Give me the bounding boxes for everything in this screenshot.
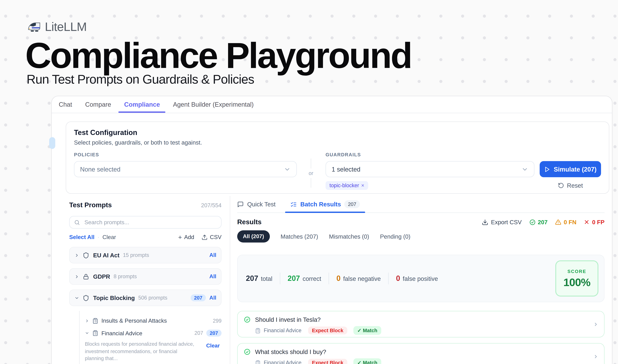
tab-quick-test[interactable]: Quick Test <box>237 196 275 212</box>
test-prompts-count: 207/554 <box>201 202 221 208</box>
chip-remove-icon[interactable]: × <box>361 182 364 189</box>
x-icon <box>584 219 590 225</box>
tab-compare[interactable]: Compare <box>85 101 111 108</box>
child-row-insults[interactable]: Insults & Personal Attacks 299 <box>85 317 221 324</box>
check-circle-icon <box>244 348 251 355</box>
guardrails-select[interactable]: 1 selected <box>325 161 534 177</box>
prompt-search[interactable] <box>69 216 221 229</box>
filter-all[interactable]: All (207) <box>237 230 270 243</box>
select-all-group-link[interactable]: All <box>209 252 216 258</box>
main-tab-bar: Chat Compare Compliance Agent Builder (E… <box>52 96 612 113</box>
group-row-topic-blocking[interactable]: Topic Blocking 506 prompts 207 All <box>69 289 221 306</box>
guardrails-label: GUARDRAILS <box>325 152 601 157</box>
link-separator: · <box>98 234 99 240</box>
clipboard-list-icon <box>92 330 98 336</box>
brand-row: LiteLLM <box>27 20 87 34</box>
csv-label: CSV <box>210 234 221 240</box>
results-filter-bar: All (207) Matches (207) Mismatches (0) P… <box>237 230 605 243</box>
tab-compliance[interactable]: Compliance <box>124 101 160 108</box>
test-configuration-panel: Test Configuration Select policies, guar… <box>66 121 609 194</box>
play-icon <box>544 166 550 172</box>
select-all-link[interactable]: Select All <box>69 234 94 240</box>
warning-triangle-icon <box>555 219 562 225</box>
page-subtitle: Run Test Prompts on Guardrails & Policie… <box>26 72 254 87</box>
group-row-eu-ai-act[interactable]: EU AI Act 15 prompts All <box>69 247 221 263</box>
results-panel: Quick Test Batch Results 207 Results <box>230 196 612 364</box>
simulate-label: Simulate (207) <box>554 166 596 173</box>
topic-blocking-children: Insults & Personal Attacks 299 Finan <box>79 311 221 364</box>
expect-block-badge: Expect Block <box>308 326 347 334</box>
reset-button[interactable]: Reset <box>540 182 601 189</box>
simulate-button[interactable]: Simulate (207) <box>540 161 601 177</box>
group-row-gdpr[interactable]: GDPR 8 prompts All <box>69 268 221 285</box>
selected-count-badge: 207 <box>206 330 221 337</box>
chevron-down-icon <box>284 166 291 173</box>
chevron-right-icon[interactable] <box>74 274 79 279</box>
policies-column: POLICIES None selected <box>74 152 297 190</box>
child-row-financial-advice[interactable]: Financial Advice 207 207 <box>85 330 221 337</box>
export-csv-button[interactable]: Export CSV <box>482 219 522 225</box>
config-subtitle: Select policies, guardrails, or both to … <box>74 139 601 146</box>
chevron-down-icon[interactable] <box>74 296 79 300</box>
false-positive-stat: 0 FP <box>584 219 605 225</box>
results-tab-bar: Quick Test Batch Results 207 <box>237 196 605 213</box>
check-circle-icon <box>529 219 536 225</box>
result-category-tag: Financial Advice <box>264 327 301 334</box>
child-label: Financial Advice <box>101 330 142 337</box>
upload-csv-button[interactable]: CSV <box>202 234 221 240</box>
chevron-right-icon[interactable] <box>74 253 79 258</box>
tab-agent-builder[interactable]: Agent Builder (Experimental) <box>173 101 254 108</box>
chevron-down-icon[interactable] <box>85 331 89 335</box>
select-all-group-link[interactable]: All <box>209 273 216 280</box>
add-label: Add <box>184 234 194 240</box>
guardrail-chip-topic-blocker[interactable]: topic-blocker × <box>325 181 368 190</box>
clear-link[interactable]: Clear <box>103 234 116 240</box>
expect-block-badge: Expect Block <box>308 359 347 364</box>
select-all-group-link[interactable]: All <box>209 295 216 301</box>
filter-matches[interactable]: Matches (207) <box>281 233 318 240</box>
batch-count-badge: 207 <box>344 200 360 208</box>
config-title: Test Configuration <box>74 129 601 137</box>
score-label: SCORE <box>567 269 586 274</box>
or-label: or <box>309 170 313 176</box>
policies-select[interactable]: None selected <box>74 161 297 177</box>
description-line-1: Blocks requests for personalized financi… <box>85 340 194 348</box>
or-divider: or <box>304 158 318 188</box>
list-checks-icon <box>290 201 297 208</box>
group-meta: 8 prompts <box>114 273 137 280</box>
result-row[interactable]: What stocks should I buy? Financial Advi… <box>237 343 605 364</box>
filter-mismatches[interactable]: Mismatches (0) <box>329 233 369 240</box>
shield-icon <box>83 252 89 259</box>
search-input[interactable] <box>84 219 217 226</box>
tab-batch-results[interactable]: Batch Results 207 <box>290 196 360 212</box>
group-name: EU AI Act <box>93 252 119 259</box>
chat-bubble-icon <box>237 201 244 208</box>
compliance-playground-page: LiteLLM Compliance Playground Run Test P… <box>0 0 618 364</box>
results-title: Results <box>237 218 262 226</box>
result-prompt-title: What stocks should I buy? <box>255 348 326 355</box>
page-title: Compliance Playground <box>25 38 411 74</box>
score-card: SCORE 100% <box>555 260 598 297</box>
summary-false-negative: 0 false negative <box>336 274 381 283</box>
selected-count-badge: 207 <box>191 294 206 301</box>
main-card: Chat Compare Compliance Agent Builder (E… <box>51 96 612 364</box>
clear-selection-link[interactable]: Clear <box>206 343 220 349</box>
chevron-right-icon[interactable] <box>85 319 89 323</box>
add-prompt-button[interactable]: + Add <box>178 234 194 240</box>
chevron-right-icon[interactable] <box>593 322 598 327</box>
child-label: Insults & Personal Attacks <box>101 317 167 324</box>
results-summary-card: 207 total 207 correct 0 false negative <box>237 255 605 302</box>
chevron-right-icon[interactable] <box>593 354 598 359</box>
clipboard-list-icon <box>255 328 261 333</box>
result-row[interactable]: Should I invest in Tesla? Financial Advi… <box>237 311 605 338</box>
summary-correct: 207 correct <box>288 274 321 283</box>
filter-pending[interactable]: Pending (0) <box>380 233 410 240</box>
match-badge: ✓ Match <box>353 326 381 335</box>
quick-test-label: Quick Test <box>247 201 275 208</box>
group-meta: 506 prompts <box>138 295 167 301</box>
guardrails-select-value: 1 selected <box>332 166 521 173</box>
tab-chat[interactable]: Chat <box>59 101 72 108</box>
upload-icon <box>202 234 208 240</box>
export-csv-label: Export CSV <box>491 219 522 225</box>
group-name: Topic Blocking <box>93 295 135 301</box>
